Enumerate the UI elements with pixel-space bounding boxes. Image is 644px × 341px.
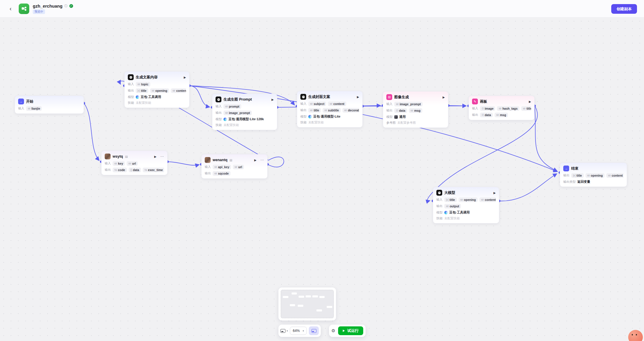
param-name: image_prompt (400, 102, 421, 106)
preview-status-badge: 预览中 (33, 9, 45, 14)
node-start[interactable]: →开始输入strlianjie (15, 96, 84, 114)
param-tag: {}data (129, 168, 141, 172)
row-label: 输入 (216, 104, 222, 108)
not-configured-text: 未配置技能 (223, 123, 239, 127)
type-str-icon: str (152, 89, 154, 92)
minimap[interactable] (278, 287, 336, 321)
node-gen-content[interactable]: 生成文案内容▶输入strtopic输出[x]titlestropeningstr… (124, 71, 190, 108)
node-title: 生成文案内容 (136, 75, 158, 80)
test-run-button[interactable]: 试运行 (338, 326, 363, 335)
param-name: data (399, 109, 405, 112)
row-label: 输出 (216, 111, 222, 115)
param-tag: [x]title (571, 173, 584, 178)
param-tag: strtitle1 (521, 106, 531, 111)
node-board[interactable]: ✎画板▶输入⊡imagestrhash_tagsstrtitle1strtitl… (469, 96, 535, 120)
node-gen-cover[interactable]: 生成封面文案▶输入strsubjectstrcontent输出strtitles… (297, 91, 363, 128)
chevron-down-icon: ▾ (303, 330, 304, 332)
zoom-select[interactable]: 64% ▾ (290, 327, 307, 335)
tool-node-icon (105, 154, 111, 159)
param-name: decorative_text (348, 108, 359, 112)
llm-node-icon (216, 97, 221, 102)
layout-mode-button[interactable]: ▾ (280, 329, 288, 333)
minimap-toggle-button[interactable] (309, 326, 319, 335)
m-doubao-icon (308, 115, 312, 118)
param-name: title (314, 108, 319, 112)
param-name: exec_time (148, 168, 163, 172)
node-run-button[interactable]: ▶ (154, 155, 156, 158)
node-more-button[interactable]: ⋯ (260, 158, 264, 162)
param-name: hash_tags (502, 107, 518, 110)
param-tag: strtopic (136, 82, 150, 87)
node-image-gen[interactable]: ⊡图像生成▶输入strimage_prompt输出⊡datastrmsg模型通用… (383, 91, 448, 128)
param-name: lianjie (31, 107, 40, 110)
row-label: 模型 (300, 115, 306, 119)
param-tag: strurl (233, 165, 244, 169)
node-run-button[interactable]: ▶ (442, 96, 445, 99)
type-str-icon: str (137, 83, 140, 86)
row-label: 输出 (105, 168, 111, 172)
type-obj-icon: {} (130, 168, 132, 171)
type-str-icon: str (310, 109, 313, 112)
node-more-button[interactable]: ⋯ (160, 154, 164, 159)
node-run-button[interactable]: ▶ (184, 76, 186, 79)
node-title: 画板 (480, 99, 487, 104)
create-copy-button[interactable]: 创建副本 (611, 4, 637, 14)
param-name: content (612, 174, 623, 177)
type-str-icon: str (396, 103, 399, 106)
image-node-icon: ⊡ (386, 94, 392, 100)
node-title: wsytq (113, 154, 123, 159)
model-line: 豆包·通用模型·Lite·128k (223, 117, 264, 121)
verified-badge-icon: ✓ (69, 4, 73, 8)
node-run-button[interactable]: ▶ (254, 159, 256, 162)
edge-gen-content-to-gen-image-prompt (190, 86, 210, 107)
node-run-button[interactable]: ▶ (493, 191, 496, 194)
board-node-icon: ✎ (472, 99, 478, 104)
m-doubao-icon (136, 95, 139, 99)
type-img-icon: ⊡ (396, 109, 398, 112)
node-run-button[interactable]: ▶ (271, 98, 274, 101)
model-name: 通用 (399, 115, 406, 119)
param-tag: strmsg (409, 108, 422, 113)
edge-start-to-wsytq (84, 103, 99, 161)
llm-blob-glyph (302, 96, 305, 98)
param-name: content (485, 198, 496, 202)
edge-image-gen-to-board (448, 106, 466, 106)
edge-board-to-end (535, 106, 557, 171)
node-big-model[interactable]: 大模型▶输入[x]titlestropeningstrcontentstrend… (433, 187, 499, 223)
type-img-icon: ⊡ (482, 107, 484, 110)
minimap-node-end (327, 306, 332, 308)
node-end[interactable]: →结束输出[x]titlestropeningstrcontentstre⋯输出… (560, 163, 627, 187)
type-str-icon: str (608, 174, 611, 177)
row-label: 模型 (128, 95, 134, 99)
node-gen-image-prompt[interactable]: 生成生图 Prompt▶输入strprompt输出strimage_prompt… (212, 94, 277, 130)
type-str-icon: str (446, 205, 449, 208)
node-run-button[interactable]: ▶ (529, 100, 531, 103)
param-tag: strmsg (495, 113, 508, 117)
minimap-node-gen-content (292, 292, 297, 294)
minimap-viewport (281, 290, 334, 318)
node-wsytq[interactable]: wsytq▤▶⋯输入strkeystrurl输出№code{}data№exec… (101, 151, 168, 175)
m-doubao-icon (444, 211, 448, 214)
param-name: sqcode (218, 172, 229, 175)
param-name: output (450, 204, 459, 208)
node-run-button[interactable]: ▶ (357, 95, 359, 99)
canvas-toolbar-left: ▾ 64% ▾ (278, 325, 321, 337)
node-title: wenantq (213, 158, 228, 162)
row-label: 输入 (18, 106, 24, 111)
info-icon[interactable]: ⓘ (64, 4, 68, 8)
type-str-icon: str (587, 174, 590, 177)
param-tag: stropening (150, 88, 169, 93)
node-wenantq[interactable]: wenantq▤▶⋯输入strapi_keystrurl输出strsqcode (201, 154, 268, 179)
zoom-level: 64% (293, 329, 300, 333)
wrench-icon[interactable]: ⚙ (331, 328, 335, 333)
param-tag: ⊡image (480, 106, 495, 111)
not-configured-text: 未配置技能 (136, 101, 151, 105)
row-label: 模型 (436, 211, 442, 215)
param-name: title (576, 174, 582, 177)
param-name: key (118, 162, 123, 165)
back-button[interactable]: ‹ (6, 5, 15, 13)
row-label: 输入 (386, 102, 392, 106)
type-num-icon: № (114, 168, 117, 171)
row-label: 输入 (205, 165, 211, 169)
llm-blob-glyph (217, 98, 220, 101)
